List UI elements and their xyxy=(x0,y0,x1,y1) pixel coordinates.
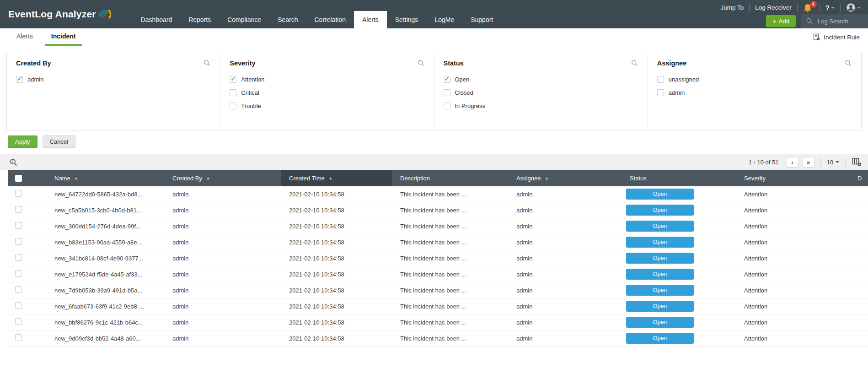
filter-option[interactable]: Trouble xyxy=(230,99,424,113)
log-search-box[interactable] xyxy=(801,14,868,28)
row-checkbox[interactable] xyxy=(15,254,22,261)
checkbox[interactable] xyxy=(444,103,450,109)
incident-name[interactable]: new_9d09ef3d-bb52-4a48-a60... xyxy=(46,335,164,342)
row-checkbox[interactable] xyxy=(15,270,22,277)
incident-name[interactable]: new_e179524d-f5de-4a45-af33... xyxy=(46,271,164,278)
column-header[interactable]: Severity xyxy=(736,170,849,186)
jump-to-link[interactable]: Jump To xyxy=(721,4,744,11)
row-checkbox[interactable] xyxy=(15,318,22,325)
status-button[interactable]: Open xyxy=(626,237,694,248)
column-header[interactable]: Name xyxy=(46,170,164,186)
incident-name[interactable]: new_300dd154-276d-4dea-99f... xyxy=(46,223,164,230)
nav-item[interactable]: Correlation xyxy=(306,11,354,28)
notifications-bell-icon[interactable]: 4 xyxy=(803,3,814,13)
nav-item[interactable]: Support xyxy=(462,11,501,28)
incident-name[interactable]: new_6faab673-63f9-41c2-9eb8-... xyxy=(46,303,164,310)
column-header[interactable]: Assignee xyxy=(508,170,622,186)
checkbox[interactable] xyxy=(444,89,450,96)
table-row[interactable]: new_341bc814-08cf-4e90-9377... admin 202… xyxy=(8,250,868,266)
page-size-select[interactable]: 10 xyxy=(827,159,839,166)
nav-item[interactable]: Settings xyxy=(387,11,427,28)
table-row[interactable]: new_b83e1153-90aa-4559-a8e... admin 2021… xyxy=(8,234,868,250)
filter-option[interactable]: Attention xyxy=(230,73,424,86)
nav-item[interactable]: Dashboard xyxy=(133,11,181,28)
column-header[interactable]: Created Time xyxy=(281,170,392,186)
nav-item[interactable]: Search xyxy=(269,11,306,28)
table-row[interactable]: new_7d9b053b-39a9-491d-b5a... admin 2021… xyxy=(8,282,868,298)
checkbox[interactable] xyxy=(230,76,236,83)
incident-rule-button[interactable]: Incident Rule xyxy=(813,28,860,46)
status-button[interactable]: Open xyxy=(626,317,694,328)
search-icon[interactable] xyxy=(203,59,211,67)
filter-option[interactable]: admin xyxy=(16,73,211,86)
incident-name[interactable]: new_bbf86276-9c1c-421b-b64c... xyxy=(46,319,164,326)
checkbox[interactable] xyxy=(444,76,450,83)
last-page-button[interactable]: » xyxy=(803,157,814,168)
log-search-input[interactable] xyxy=(817,17,867,25)
row-checkbox[interactable] xyxy=(15,238,22,245)
filter-option[interactable]: In Progress xyxy=(444,99,638,113)
incident-name[interactable]: new_341bc814-08cf-4e90-9377... xyxy=(46,255,164,262)
status-button[interactable]: Open xyxy=(626,189,694,200)
next-page-button[interactable]: › xyxy=(787,157,798,168)
nav-item[interactable]: LogMe xyxy=(426,11,462,28)
table-row[interactable]: new_6faab673-63f9-41c2-9eb8-... admin 20… xyxy=(8,298,868,314)
table-row[interactable]: new_bbf86276-9c1c-421b-b64c... admin 202… xyxy=(8,314,868,330)
filter-option[interactable]: Closed xyxy=(444,86,638,99)
table-row[interactable]: new_e179524d-f5de-4a45-af33... admin 202… xyxy=(8,266,868,282)
status-button[interactable]: Open xyxy=(626,205,694,216)
status-button[interactable]: Open xyxy=(626,333,694,344)
cancel-button[interactable]: Cancel xyxy=(43,135,75,148)
filter-option[interactable]: Critical xyxy=(230,86,424,99)
column-header[interactable]: Status xyxy=(622,170,736,186)
incident-name[interactable]: new_7d9b053b-39a9-491d-b5a... xyxy=(46,287,164,294)
row-checkbox[interactable] xyxy=(15,190,22,197)
column-header[interactable]: Description xyxy=(392,170,508,186)
help-menu[interactable]: ? xyxy=(825,4,835,11)
status-button[interactable]: Open xyxy=(626,221,694,232)
status-button[interactable]: Open xyxy=(626,301,694,312)
user-menu[interactable] xyxy=(846,3,861,12)
column-chooser-icon[interactable] xyxy=(852,157,862,167)
row-checkbox[interactable] xyxy=(15,302,22,309)
filter-option[interactable]: unassigned xyxy=(657,73,852,86)
filter-option[interactable]: admin xyxy=(657,86,852,99)
table-search-icon[interactable] xyxy=(9,158,18,167)
checkbox[interactable] xyxy=(230,103,236,109)
status-button[interactable]: Open xyxy=(626,269,694,280)
search-icon[interactable] xyxy=(417,59,425,67)
column-header[interactable]: Created By xyxy=(164,170,281,186)
table-row[interactable]: new_c5a5b015-3cb0-4b0d-b81... admin 2021… xyxy=(8,202,868,218)
incident-name[interactable]: new_c5a5b015-3cb0-4b0d-b81... xyxy=(46,207,164,214)
table-row[interactable]: new_300dd154-276d-4dea-99f... admin 2021… xyxy=(8,218,868,234)
tab-alerts[interactable]: Alerts xyxy=(10,28,39,46)
nav-item[interactable]: Reports xyxy=(180,11,219,28)
column-header[interactable]: D xyxy=(849,170,868,186)
checkbox[interactable] xyxy=(657,76,664,83)
row-checkbox[interactable] xyxy=(15,222,22,229)
nav-item[interactable]: Compliance xyxy=(219,11,269,28)
search-icon[interactable] xyxy=(844,59,852,67)
apply-button[interactable]: Apply xyxy=(8,135,38,148)
status-button[interactable]: Open xyxy=(626,285,694,296)
search-icon[interactable] xyxy=(631,59,638,67)
incident-name[interactable]: new_64722dd0-5865-432a-bd8... xyxy=(46,191,164,198)
assignee: admin xyxy=(508,335,622,342)
filter-option[interactable]: Open xyxy=(444,73,638,86)
select-all-checkbox[interactable] xyxy=(15,175,22,182)
log-receiver-link[interactable]: Log Receiver xyxy=(755,4,792,11)
checkbox[interactable] xyxy=(16,76,23,83)
status-button[interactable]: Open xyxy=(626,253,694,264)
incident-name[interactable]: new_b83e1153-90aa-4559-a8e... xyxy=(46,239,164,246)
checkbox[interactable] xyxy=(657,89,664,96)
row-checkbox[interactable] xyxy=(15,286,22,293)
table-row[interactable]: new_9d09ef3d-bb52-4a48-a60... admin 2021… xyxy=(8,330,868,347)
checkbox[interactable] xyxy=(230,89,236,96)
tab-incident[interactable]: Incident xyxy=(45,28,82,46)
table-row[interactable]: new_64722dd0-5865-432a-bd8... admin 2021… xyxy=(8,186,868,202)
nav-item[interactable]: Alerts xyxy=(354,11,387,28)
chevron-down-icon xyxy=(857,7,861,9)
add-button[interactable]: + Add xyxy=(766,15,796,27)
row-checkbox[interactable] xyxy=(15,206,22,213)
row-checkbox[interactable] xyxy=(15,334,22,341)
